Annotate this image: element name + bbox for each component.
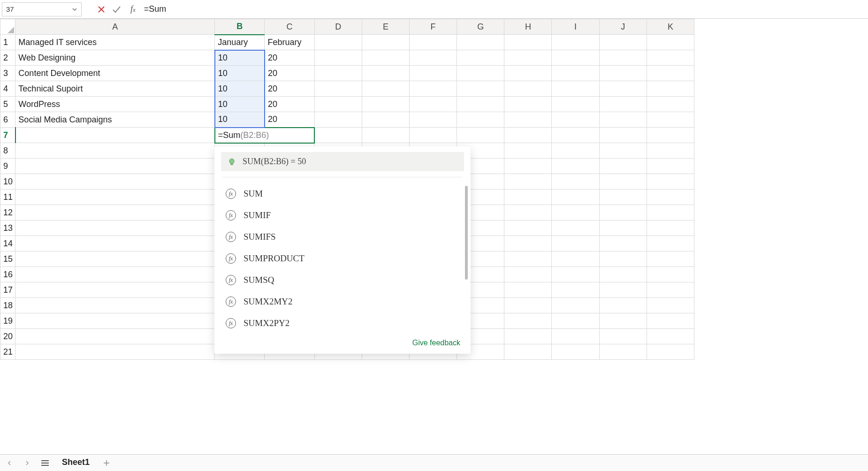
cell-A11[interactable] (15, 190, 215, 205)
cell-I8[interactable] (552, 143, 599, 159)
scroll-sheets-left-button[interactable] (4, 457, 15, 469)
cell-J4[interactable] (599, 81, 647, 97)
cell-C4[interactable]: 20 (265, 81, 314, 97)
cell-C6[interactable]: 20 (265, 112, 314, 128)
row-header-12[interactable]: 12 (0, 205, 15, 220)
cell-H16[interactable] (504, 267, 552, 282)
cell-J15[interactable] (599, 251, 647, 267)
row-header-3[interactable]: 3 (0, 66, 15, 81)
row-header-16[interactable]: 16 (0, 267, 15, 282)
cell-A1[interactable]: Managed IT services (15, 35, 215, 50)
cell-H3[interactable] (504, 66, 552, 81)
cell-I10[interactable] (552, 174, 599, 190)
row-header-14[interactable]: 14 (0, 236, 15, 251)
cell-K5[interactable] (647, 97, 694, 112)
row-header-11[interactable]: 11 (0, 190, 15, 205)
cell-A16[interactable] (15, 267, 215, 282)
cell-K10[interactable] (647, 174, 694, 190)
autocomplete-item-sumx2py2[interactable]: fxSUMX2PY2 (223, 312, 467, 334)
scroll-sheets-right-button[interactable] (22, 457, 33, 469)
cell-H19[interactable] (504, 313, 552, 329)
row-header-8[interactable]: 8 (0, 143, 15, 159)
row-header-18[interactable]: 18 (0, 298, 15, 313)
cell-I15[interactable] (552, 251, 599, 267)
cell-I12[interactable] (552, 205, 599, 220)
row-header-7[interactable]: 7 (0, 128, 15, 143)
cell-I7[interactable] (552, 128, 599, 143)
cell-K9[interactable] (647, 159, 694, 174)
cell-F5[interactable] (409, 97, 457, 112)
cell-A6[interactable]: Social Media Campaigns (15, 112, 215, 128)
cell-A20[interactable] (15, 329, 215, 344)
row-header-5[interactable]: 5 (0, 97, 15, 112)
cell-G4[interactable] (457, 81, 504, 97)
cell-A8[interactable] (15, 143, 215, 159)
cell-K21[interactable] (647, 344, 694, 360)
cell-A17[interactable] (15, 282, 215, 298)
cell-I11[interactable] (552, 190, 599, 205)
cell-J7[interactable] (599, 128, 647, 143)
cell-K7[interactable] (647, 128, 694, 143)
cell-D7[interactable] (314, 128, 362, 143)
cell-J19[interactable] (599, 313, 647, 329)
cell-A7[interactable] (15, 128, 215, 143)
cell-J2[interactable] (599, 50, 647, 66)
cell-I14[interactable] (552, 236, 599, 251)
cell-K13[interactable] (647, 220, 694, 236)
cell-J14[interactable] (599, 236, 647, 251)
cell-J3[interactable] (599, 66, 647, 81)
formula-input[interactable] (141, 4, 866, 14)
enter-button[interactable] (110, 3, 123, 16)
fx-icon[interactable]: fx (130, 4, 136, 14)
cell-K18[interactable] (647, 298, 694, 313)
cell-K14[interactable] (647, 236, 694, 251)
cell-H13[interactable] (504, 220, 552, 236)
cell-I13[interactable] (552, 220, 599, 236)
cell-J10[interactable] (599, 174, 647, 190)
cell-A4[interactable]: Technical Supoirt (15, 81, 215, 97)
cell-J8[interactable] (599, 143, 647, 159)
cell-H4[interactable] (504, 81, 552, 97)
cell-H5[interactable] (504, 97, 552, 112)
select-all-corner[interactable] (0, 19, 15, 35)
cell-I19[interactable] (552, 313, 599, 329)
cell-D4[interactable] (314, 81, 362, 97)
autocomplete-item-sumifs[interactable]: fxSUMIFS (223, 226, 467, 248)
cell-H1[interactable] (504, 35, 552, 50)
cell-H17[interactable] (504, 282, 552, 298)
cell-C2[interactable]: 20 (265, 50, 314, 66)
cell-H15[interactable] (504, 251, 552, 267)
cell-F2[interactable] (409, 50, 457, 66)
cell-F4[interactable] (409, 81, 457, 97)
column-header-E[interactable]: E (362, 19, 409, 35)
cell-H8[interactable] (504, 143, 552, 159)
cell-A10[interactable] (15, 174, 215, 190)
cell-G1[interactable] (457, 35, 504, 50)
cell-K16[interactable] (647, 267, 694, 282)
cell-E1[interactable] (362, 35, 409, 50)
row-header-9[interactable]: 9 (0, 159, 15, 174)
row-header-13[interactable]: 13 (0, 220, 15, 236)
cell-J1[interactable] (599, 35, 647, 50)
autocomplete-item-sumproduct[interactable]: fxSUMPRODUCT (223, 248, 467, 269)
cell-G5[interactable] (457, 97, 504, 112)
cell-G6[interactable] (457, 112, 504, 128)
row-header-17[interactable]: 17 (0, 282, 15, 298)
cell-J5[interactable] (599, 97, 647, 112)
cell-H6[interactable] (504, 112, 552, 128)
cell-A12[interactable] (15, 205, 215, 220)
cell-F7[interactable] (409, 128, 457, 143)
cell-I21[interactable] (552, 344, 599, 360)
column-header-D[interactable]: D (314, 19, 362, 35)
cell-H10[interactable] (504, 174, 552, 190)
column-header-F[interactable]: F (409, 19, 457, 35)
cell-A3[interactable]: Content Development (15, 66, 215, 81)
cell-B5[interactable]: 10 (215, 97, 265, 112)
column-header-K[interactable]: K (647, 19, 694, 35)
cell-A21[interactable] (15, 344, 215, 360)
cell-C3[interactable]: 20 (265, 66, 314, 81)
cell-K1[interactable] (647, 35, 694, 50)
cell-H20[interactable] (504, 329, 552, 344)
cell-F3[interactable] (409, 66, 457, 81)
autocomplete-item-sumx2my2[interactable]: fxSUMX2MY2 (223, 291, 467, 312)
